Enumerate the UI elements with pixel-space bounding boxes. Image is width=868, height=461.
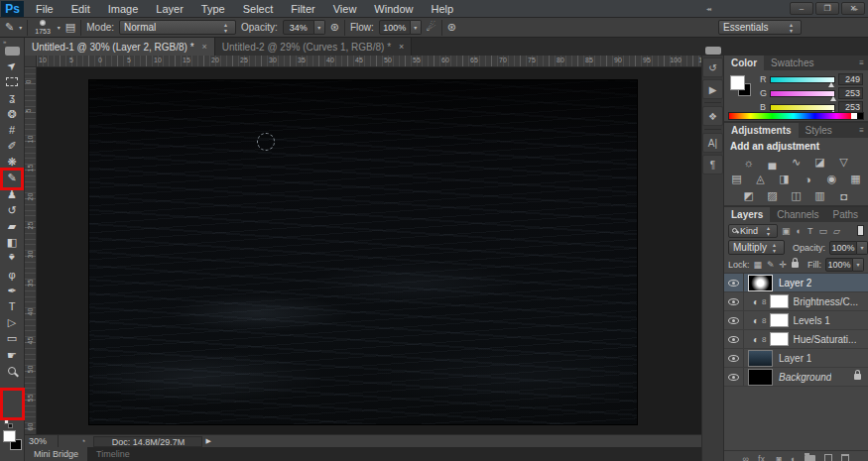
layer-row-background[interactable]: Background bbox=[724, 368, 868, 387]
tab-close-icon[interactable]: × bbox=[202, 42, 207, 52]
smart-object-filter-icon[interactable]: ▱ bbox=[833, 226, 840, 236]
layer-effects-icon[interactable]: fx. bbox=[758, 454, 768, 461]
tool-hand[interactable]: ☛ bbox=[0, 347, 24, 363]
opacity-dropdown-icon[interactable]: ▾ bbox=[314, 20, 325, 35]
visibility-toggle[interactable] bbox=[724, 311, 744, 329]
visibility-toggle[interactable] bbox=[724, 274, 744, 291]
tab-color[interactable]: Color bbox=[724, 56, 764, 70]
history-panel-icon[interactable]: ↺ bbox=[702, 58, 723, 77]
visibility-toggle[interactable] bbox=[724, 368, 744, 386]
layer-mask-thumbnail[interactable] bbox=[770, 332, 789, 346]
menu-window[interactable]: Window bbox=[365, 0, 422, 18]
channel-value[interactable]: 253 bbox=[838, 87, 863, 99]
new-layer-icon[interactable] bbox=[824, 454, 832, 461]
threshold-icon[interactable]: ◫ bbox=[789, 189, 805, 202]
new-group-icon[interactable] bbox=[805, 455, 815, 461]
layer-row-levels-1[interactable]: ◐8Levels 1 bbox=[724, 311, 868, 330]
pressure-size-icon[interactable]: ⊛ bbox=[447, 21, 456, 34]
channel-slider[interactable] bbox=[770, 76, 835, 83]
visibility-toggle[interactable] bbox=[724, 349, 744, 367]
layer-opacity-dropdown-icon[interactable]: ▾ bbox=[857, 241, 868, 255]
preset-dropdown-icon[interactable]: ▾ bbox=[19, 24, 22, 31]
color-balance-icon[interactable]: ◬ bbox=[753, 173, 769, 185]
menu-select[interactable]: Select bbox=[234, 0, 283, 18]
layer-row-layer-2[interactable]: Layer 2 bbox=[724, 274, 868, 292]
panel-menu-icon[interactable]: ≡ bbox=[855, 56, 868, 70]
exposure-icon[interactable]: ◪ bbox=[812, 156, 828, 169]
restore-button[interactable]: ❐ bbox=[815, 2, 839, 15]
layer-thumbnail[interactable] bbox=[748, 369, 773, 386]
blend-mode-select[interactable]: Normal bbox=[119, 20, 236, 35]
tab-close-icon[interactable]: × bbox=[399, 42, 404, 52]
invert-icon[interactable]: ◩ bbox=[741, 189, 757, 202]
brush-tool-preset-icon[interactable]: ✎ bbox=[5, 21, 14, 34]
flow-dropdown-icon[interactable]: ▾ bbox=[411, 20, 422, 35]
link-layers-icon[interactable]: ∞ bbox=[743, 454, 749, 461]
tool-blur[interactable]: ♠ bbox=[0, 250, 24, 266]
tool-quick-selection[interactable]: ❂ bbox=[0, 106, 24, 122]
brush-panel-toggle-icon[interactable]: ▤ bbox=[65, 21, 75, 34]
channel-slider[interactable] bbox=[770, 90, 835, 97]
panels-collapse-icon[interactable]: ▸▸ bbox=[853, 5, 857, 12]
tool-dodge[interactable]: φ bbox=[0, 267, 24, 283]
layer-mask-thumbnail[interactable] bbox=[770, 294, 789, 308]
tool-history-brush[interactable]: ↺ bbox=[0, 202, 24, 218]
slider-handle[interactable] bbox=[828, 82, 834, 87]
tool-pen[interactable]: ✒ bbox=[0, 283, 24, 298]
brush-preview[interactable]: 1753 bbox=[33, 19, 53, 36]
lock-pixels-icon[interactable]: ✎ bbox=[767, 260, 775, 270]
panel-menu-icon[interactable]: ≡ bbox=[855, 123, 868, 138]
channel-value[interactable]: 249 bbox=[838, 73, 863, 85]
menu-edit[interactable]: Edit bbox=[62, 0, 99, 18]
layer-row-layer-1[interactable]: Layer 1 bbox=[724, 349, 868, 368]
black-white-icon[interactable]: ◨ bbox=[777, 173, 793, 185]
delete-layer-icon[interactable] bbox=[841, 454, 849, 461]
paragraph-panel-icon[interactable]: ¶ bbox=[702, 155, 723, 174]
tab-styles[interactable]: Styles bbox=[799, 123, 839, 138]
color-lookup-icon[interactable]: ▦ bbox=[848, 173, 864, 185]
tool-zoom[interactable] bbox=[0, 363, 24, 379]
toolbar-collapse-icon[interactable]: » bbox=[3, 39, 5, 45]
layer-row-brightness-c-[interactable]: ◐8Brightness/C... bbox=[724, 292, 868, 311]
brightness-contrast-icon[interactable]: ☼ bbox=[741, 157, 757, 169]
flow-field[interactable]: 100% bbox=[379, 20, 411, 35]
toolbar-grip[interactable] bbox=[5, 47, 20, 56]
tool-rectangular-marquee[interactable] bbox=[0, 73, 24, 89]
canvas-document[interactable] bbox=[89, 80, 637, 424]
tab-adjustments[interactable]: Adjustments bbox=[724, 123, 799, 138]
lock-position-icon[interactable]: ✛ bbox=[780, 260, 788, 270]
menu-layer[interactable]: Layer bbox=[147, 0, 192, 18]
layer-mask-thumbnail[interactable] bbox=[770, 313, 789, 327]
gradient-map-icon[interactable]: ▥ bbox=[812, 189, 828, 202]
airbrush-icon[interactable]: ☄ bbox=[427, 21, 436, 34]
new-adjustment-layer-icon[interactable]: ◐ bbox=[791, 454, 796, 461]
tool-gradient[interactable]: ◧ bbox=[0, 234, 24, 250]
type-layer-filter-icon[interactable]: T bbox=[807, 226, 813, 236]
minimize-button[interactable]: – bbox=[790, 2, 813, 15]
menu-help[interactable]: Help bbox=[422, 0, 462, 18]
posterize-icon[interactable]: ▨ bbox=[765, 189, 781, 202]
add-layer-mask-icon[interactable]: ◙ bbox=[777, 454, 782, 461]
tab-swatches[interactable]: Swatches bbox=[764, 56, 820, 70]
document-size-field[interactable]: Doc: 14.8M/29.7M bbox=[93, 436, 202, 447]
visibility-toggle[interactable] bbox=[724, 330, 744, 348]
status-options-arrow-icon[interactable]: ▶ bbox=[205, 437, 210, 445]
visibility-toggle[interactable] bbox=[724, 292, 744, 310]
layer-filtering-toggle[interactable] bbox=[857, 225, 864, 236]
document-tab[interactable]: Untitled-2 @ 29% (Curves 1, RGB/8) *× bbox=[215, 38, 412, 56]
foreground-color-swatch[interactable] bbox=[3, 430, 16, 442]
lock-all-icon[interactable] bbox=[792, 262, 799, 268]
tool-eraser[interactable]: ▰ bbox=[0, 218, 24, 234]
swap-colors-icon[interactable] bbox=[8, 423, 13, 428]
tab-layers[interactable]: Layers bbox=[724, 207, 770, 222]
brush-presets-panel-icon[interactable]: ❖ bbox=[702, 106, 723, 126]
tab-paths[interactable]: Paths bbox=[826, 207, 866, 222]
tool-rectangle-shape[interactable]: ▭ bbox=[0, 330, 24, 346]
curves-icon[interactable]: ∿ bbox=[789, 156, 805, 169]
tab-timeline[interactable]: Timeline bbox=[87, 447, 139, 461]
menu-file[interactable]: File bbox=[27, 0, 62, 18]
workspace-select[interactable]: Essentials bbox=[718, 20, 802, 35]
tool-move[interactable]: ➤ bbox=[0, 58, 24, 73]
tab-channels[interactable]: Channels bbox=[770, 207, 825, 222]
tool-crop[interactable]: # bbox=[0, 122, 24, 138]
